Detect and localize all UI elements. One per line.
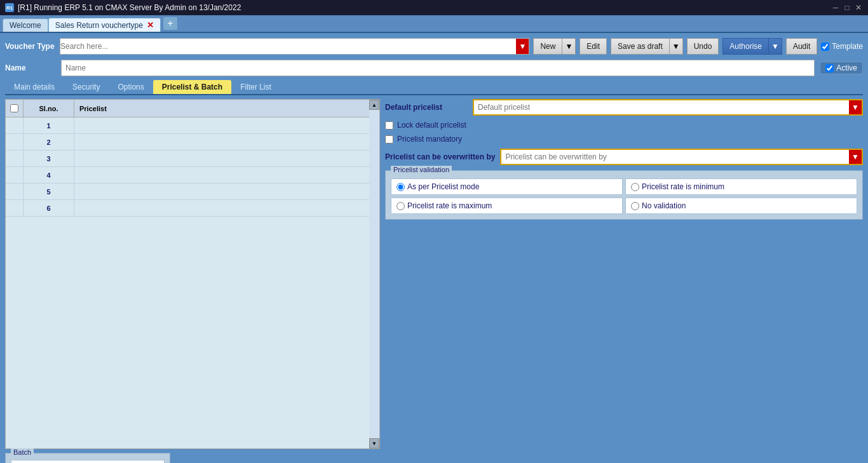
row5-checkbox-cell	[6, 184, 24, 199]
authorise-button-group: Authorise ▼	[722, 38, 782, 55]
overwritten-label: Pricelist can be overwritten by	[385, 152, 495, 161]
tab-bar: Welcome Sales Return vouchertype ✕ +	[0, 15, 868, 33]
voucher-type-label: Voucher Type	[5, 42, 56, 51]
table-header-checkbox[interactable]	[10, 104, 18, 112]
validation-section: Pricelist validation As per Pricelist mo…	[385, 170, 863, 220]
voucher-type-search[interactable]	[60, 42, 529, 51]
batch-section: Batch Ask for Batch Create new, if Batch…	[5, 453, 170, 463]
add-tab-button[interactable]: +	[163, 17, 177, 30]
title-bar: R1 [R1] Running ERP 5.1 on CMAX Server B…	[0, 0, 868, 15]
default-pricelist-label: Default pricelist	[385, 103, 468, 112]
row6-data[interactable]	[74, 200, 369, 216]
tab-main-details[interactable]: Main details	[5, 80, 64, 94]
row2-slno: 2	[24, 134, 74, 150]
scroll-up-button[interactable]: ▲	[369, 100, 379, 110]
validation-radio-2[interactable]	[631, 183, 639, 191]
active-container: Active	[820, 62, 863, 74]
row5-slno: 5	[24, 184, 74, 199]
table-row: 5	[6, 184, 369, 200]
name-input[interactable]	[61, 60, 815, 76]
tab-security[interactable]: Security	[64, 80, 109, 94]
lock-default-row: Lock default pricelist	[385, 121, 863, 130]
table-row: 3	[6, 151, 369, 167]
validation-radio-1[interactable]	[397, 183, 405, 191]
validation-option-2: Pricelist rate is minimum	[625, 178, 857, 195]
authorise-dropdown-arrow[interactable]: ▼	[769, 38, 782, 55]
table-body: 1 2 3 4	[6, 117, 369, 448]
tab-sales-return-label: Sales Return vouchertype	[55, 21, 143, 30]
validation-radio-4[interactable]	[631, 202, 639, 210]
batch-area: Batch Ask for Batch Create new, if Batch…	[5, 453, 863, 463]
col-slno-header: Sl.no.	[24, 100, 74, 117]
audit-button[interactable]: Audit	[786, 38, 817, 55]
row1-data[interactable]	[74, 117, 369, 133]
validation-label-4: No validation	[642, 201, 686, 210]
tab-options[interactable]: Options	[109, 80, 153, 94]
content-area: Sl.no. Pricelist 1 2	[5, 99, 863, 449]
tab-filter-list[interactable]: Filter List	[231, 80, 280, 94]
scroll-track[interactable]	[369, 110, 379, 438]
voucher-type-dropdown[interactable]: ▼	[516, 39, 529, 54]
save-draft-button[interactable]: Save as draft	[611, 38, 670, 55]
save-draft-dropdown-arrow[interactable]: ▼	[670, 38, 683, 55]
row5-data[interactable]	[74, 184, 369, 199]
tab-welcome[interactable]: Welcome	[3, 18, 48, 32]
new-button-group: New ▼	[533, 38, 576, 55]
close-button[interactable]: ✕	[854, 3, 863, 12]
edit-button[interactable]: Edit	[580, 38, 607, 55]
default-pricelist-row: Default pricelist ▼	[385, 99, 863, 116]
batch-title: Batch	[11, 448, 34, 456]
pricelist-mandatory-label: Pricelist mandatory	[397, 135, 462, 144]
overwritten-input-container: ▼	[500, 149, 863, 165]
new-button[interactable]: New	[533, 38, 562, 55]
tab-welcome-label: Welcome	[10, 21, 41, 30]
new-dropdown-arrow[interactable]: ▼	[562, 38, 576, 55]
row6-slno: 6	[24, 200, 74, 216]
row4-checkbox-cell	[6, 167, 24, 183]
row4-slno: 4	[24, 167, 74, 183]
row6-checkbox-cell	[6, 200, 24, 216]
save-draft-button-group: Save as draft ▼	[611, 38, 683, 55]
pricelist-table: Sl.no. Pricelist 1 2	[6, 100, 369, 448]
authorise-button[interactable]: Authorise	[722, 38, 769, 55]
name-row: Name Active	[5, 60, 863, 76]
table-row: 2	[6, 134, 369, 151]
pricelist-mandatory-checkbox[interactable]	[385, 135, 393, 144]
nav-tabs: Main details Security Options Pricelist …	[5, 80, 863, 95]
default-pricelist-input[interactable]	[474, 102, 849, 113]
tab-sales-return[interactable]: Sales Return vouchertype ✕	[48, 18, 161, 32]
pricelist-table-container: Sl.no. Pricelist 1 2	[5, 99, 380, 449]
right-panel: Default pricelist ▼ Lock default priceli…	[385, 99, 863, 449]
lock-default-checkbox[interactable]	[385, 121, 393, 130]
row2-data[interactable]	[74, 134, 369, 150]
overwritten-dropdown[interactable]: ▼	[849, 150, 862, 164]
default-pricelist-input-container: ▼	[473, 99, 863, 116]
template-checkbox[interactable]	[821, 43, 829, 51]
row3-slno: 3	[24, 151, 74, 166]
table-scrollbar[interactable]: ▲ ▼	[369, 100, 379, 448]
batch-options: Ask for Batch Create new, if Batch not s…	[11, 460, 165, 463]
row3-checkbox-cell	[6, 151, 24, 166]
validation-label-3: Pricelist rate is maximum	[407, 201, 492, 210]
active-checkbox[interactable]	[825, 64, 834, 72]
maximize-button[interactable]: □	[843, 3, 851, 12]
validation-label-2: Pricelist rate is minimum	[642, 182, 724, 191]
validation-radio-3[interactable]	[397, 202, 405, 210]
minimize-button[interactable]: ─	[831, 3, 840, 12]
row4-data[interactable]	[74, 167, 369, 183]
tab-pricelist-batch[interactable]: Pricelist & Batch	[153, 80, 231, 94]
col-pricelist-header: Pricelist	[74, 100, 369, 117]
undo-button[interactable]: Undo	[687, 38, 719, 55]
row1-checkbox-cell	[6, 117, 24, 133]
scroll-down-button[interactable]: ▼	[369, 438, 379, 448]
name-label: Name	[5, 64, 56, 72]
pricelist-mandatory-row: Pricelist mandatory	[385, 135, 863, 144]
validation-option-3: Pricelist rate is maximum	[391, 198, 623, 214]
tab-close-icon[interactable]: ✕	[147, 20, 154, 30]
default-pricelist-dropdown[interactable]: ▼	[849, 100, 862, 114]
validation-options: As per Pricelist mode Pricelist rate is …	[391, 178, 857, 214]
lock-default-label: Lock default pricelist	[397, 121, 466, 130]
row1-slno: 1	[24, 117, 74, 133]
row3-data[interactable]	[74, 151, 369, 166]
overwritten-input[interactable]	[501, 151, 849, 163]
